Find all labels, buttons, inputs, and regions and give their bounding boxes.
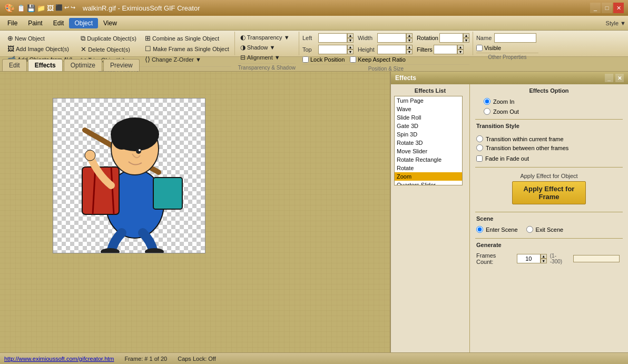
top-spinbox[interactable]: ▲ ▼ <box>318 45 354 54</box>
toolbar-icon-7[interactable]: ↪ <box>71 4 75 12</box>
height-spinbox[interactable]: ▲ ▼ <box>377 45 413 54</box>
duplicate-btn[interactable]: ⧉ Duplicate Object(s) <box>78 33 139 44</box>
height-input[interactable] <box>377 45 406 54</box>
tab-preview[interactable]: Preview <box>103 59 140 71</box>
left-spinbox[interactable]: ▲ ▼ <box>318 33 354 43</box>
effects-close-btn[interactable]: ✕ <box>615 74 624 82</box>
top-down-btn[interactable]: ▼ <box>347 50 354 54</box>
style-button[interactable]: Style ▼ <box>606 20 626 26</box>
transition-other-input[interactable] <box>476 144 483 151</box>
add-image-btn[interactable]: 🖼 Add Image Object(s) <box>5 44 74 54</box>
effect-zoom[interactable]: Zoom <box>395 172 462 181</box>
width-spinbox[interactable]: ▲ ▼ <box>377 33 413 43</box>
menu-file[interactable]: File <box>2 18 23 28</box>
left-input[interactable] <box>318 33 347 43</box>
maximize-button[interactable]: □ <box>602 3 612 13</box>
top-up-btn[interactable]: ▲ <box>347 45 354 50</box>
delete-btn[interactable]: ✕ Delete Object(s) <box>78 44 139 54</box>
visible-check[interactable]: Visible <box>476 45 501 51</box>
keep-aspect-check[interactable]: Keep Aspect Ratio <box>350 56 406 63</box>
name-input[interactable] <box>494 33 536 43</box>
effect-gate-3d[interactable]: Gate 3D <box>395 122 462 130</box>
frames-up-btn[interactable]: ▲ <box>541 254 547 259</box>
main-area: Effects _ ✕ Effects List Turn Page Wave … <box>0 72 628 352</box>
change-z-btn[interactable]: ⟨⟩ Change Z-Order ▼ <box>143 54 231 64</box>
rotation-up-btn[interactable]: ▲ <box>463 33 469 38</box>
left-down-btn[interactable]: ▼ <box>347 38 354 43</box>
change-z-icon: ⟨⟩ <box>145 55 150 63</box>
toolbar-icon-2[interactable]: 💾 <box>27 4 35 12</box>
frames-down-btn[interactable]: ▼ <box>541 259 547 263</box>
filters-down-btn[interactable]: ▼ <box>457 50 464 54</box>
close-button[interactable]: ✕ <box>613 3 624 13</box>
zoom-out-input[interactable] <box>484 108 490 115</box>
status-link[interactable]: http://www.eximioussoft.com/gifcreator.h… <box>4 356 114 362</box>
filters-spinbox[interactable]: ▲ ▼ <box>434 45 464 54</box>
fade-in-out-check[interactable]: Fade in Fade out <box>476 155 568 162</box>
filters-input[interactable] <box>434 45 457 54</box>
enter-scene-input[interactable] <box>476 226 483 233</box>
zoom-in-radio[interactable]: Zoom In <box>484 98 625 105</box>
effect-rotate-rectangle[interactable]: Rotate Rectangle <box>395 155 462 164</box>
transition-other-radio[interactable]: Transition between other frames <box>476 144 568 151</box>
frames-count-input[interactable]: 10 <box>517 254 541 263</box>
exit-scene-radio[interactable]: Exit Scene <box>526 226 564 233</box>
shadow-btn[interactable]: ◑ Shadow ▼ <box>238 43 296 52</box>
width-up-btn[interactable]: ▲ <box>406 33 413 38</box>
effect-rotate[interactable]: Rotate <box>395 164 462 172</box>
lock-position-check[interactable]: Lock Position <box>302 56 345 63</box>
combine-btn[interactable]: ⊞ Combine as Single Object <box>143 33 231 43</box>
enter-scene-radio[interactable]: Enter Scene <box>476 226 518 233</box>
combine-label: Combine as Single Object <box>152 35 219 42</box>
apply-effect-frame-btn[interactable]: Apply Effect for Frame <box>512 181 586 204</box>
effect-spin-3d[interactable]: Spin 3D <box>395 130 462 139</box>
height-down-btn[interactable]: ▼ <box>406 50 413 54</box>
effect-wave[interactable]: Wave <box>395 105 462 113</box>
rotation-input[interactable] <box>439 33 463 43</box>
tab-optimize[interactable]: Optimize <box>64 59 102 71</box>
transition-current-radio[interactable]: Transition within current frame <box>476 135 568 142</box>
make-frame-btn[interactable]: ☐ Make Frame as Single Object <box>143 44 231 54</box>
effect-rotate-3d[interactable]: Rotate 3D <box>395 139 462 147</box>
toolbar-icon-5[interactable]: ⬛ <box>55 4 63 12</box>
toolbar-icon-4[interactable]: 🖼 <box>47 4 54 12</box>
transparency-btn[interactable]: ◐ Transparency ▼ <box>238 33 296 42</box>
width-input[interactable] <box>377 33 406 43</box>
exit-scene-input[interactable] <box>526 226 533 233</box>
top-input[interactable] <box>318 45 347 54</box>
zoom-in-input[interactable] <box>484 98 490 105</box>
menu-object[interactable]: Object <box>69 18 98 28</box>
left-label: Left <box>302 35 317 41</box>
effect-quarters-slider[interactable]: Quarters Slider <box>395 181 462 185</box>
minimize-button[interactable]: _ <box>590 3 601 13</box>
canvas-content[interactable] <box>53 98 205 253</box>
effect-turn-page[interactable]: Turn Page <box>395 96 462 105</box>
visible-input[interactable] <box>476 45 483 51</box>
menu-view[interactable]: View <box>98 18 122 28</box>
toolbar-icon-3[interactable]: 📁 <box>37 4 45 12</box>
tab-edit[interactable]: Edit <box>2 59 27 71</box>
filters-up-btn[interactable]: ▲ <box>457 45 464 50</box>
lock-position-input[interactable] <box>302 56 309 63</box>
transition-current-input[interactable] <box>476 135 483 142</box>
left-up-btn[interactable]: ▲ <box>347 33 354 38</box>
effect-slide-roll[interactable]: Slide Roll <box>395 113 462 122</box>
new-object-btn[interactable]: ⊕ New Object <box>5 33 74 43</box>
effect-move-slider[interactable]: Move Slider <box>395 147 462 155</box>
width-down-btn[interactable]: ▼ <box>406 38 413 43</box>
alignment-btn[interactable]: ⊟ Alignment ▼ <box>238 53 296 62</box>
keep-aspect-input[interactable] <box>350 56 356 63</box>
zoom-out-radio[interactable]: Zoom Out <box>484 108 625 115</box>
effects-listbox[interactable]: Turn Page Wave Slide Roll Gate 3D Spin 3… <box>394 96 463 185</box>
fade-in-out-input[interactable] <box>476 155 483 162</box>
rotation-down-btn[interactable]: ▼ <box>463 38 469 43</box>
rotation-spinbox[interactable]: ▲ ▼ <box>439 33 469 43</box>
tab-effects[interactable]: Effects <box>28 59 63 71</box>
toolbar-icon-6[interactable]: ↩ <box>64 4 69 12</box>
frames-count-wrap[interactable]: 10 ▲ ▼ <box>517 254 547 263</box>
height-up-btn[interactable]: ▲ <box>406 45 413 50</box>
effects-minimize-btn[interactable]: _ <box>605 74 613 82</box>
menu-edit[interactable]: Edit <box>48 18 70 28</box>
menu-paint[interactable]: Paint <box>23 18 47 28</box>
toolbar-icon-1[interactable]: 📋 <box>17 4 25 12</box>
